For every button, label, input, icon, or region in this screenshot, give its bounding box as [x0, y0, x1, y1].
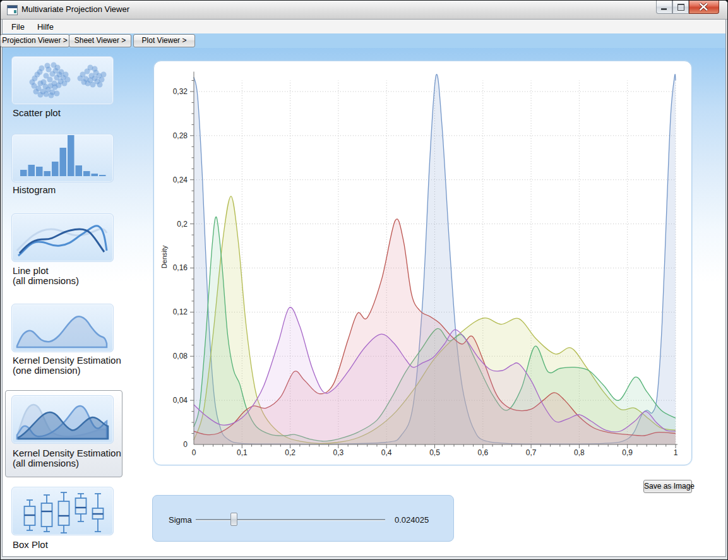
window-title: Multivariate Projection Viewer [21, 1, 129, 18]
sidebar-item-kde-all-dimensions[interactable] [11, 395, 114, 444]
sidebar-label-kde-all-dimensions: Kernel Density Estimation(all dimensions… [13, 448, 121, 468]
svg-text:0,7: 0,7 [526, 448, 537, 457]
app-icon [7, 5, 18, 15]
histogram-thumbnail-icon [12, 134, 113, 182]
main-content: Scatter plot Histogram Line plot(all dim… [2, 48, 726, 557]
window-controls [656, 1, 719, 14]
sidebar-item-box-plot[interactable] [11, 487, 114, 535]
svg-text:0,08: 0,08 [173, 352, 188, 360]
maximize-icon [677, 4, 684, 11]
sidebar-label-histogram: Histogram [13, 185, 56, 195]
sidebar-label-line-plot: Line plot(all dimensions) [13, 266, 79, 286]
sidebar-item-scatter-plot[interactable] [11, 56, 114, 105]
toolbar-button-projection-viewer[interactable]: Projection Viewer > [0, 34, 69, 47]
toolbar-button-sheet-viewer[interactable]: Sheet Viewer > [69, 34, 131, 47]
line-plot-thumbnail-icon [12, 214, 113, 261]
kde-all-dimensions-thumbnail-icon [12, 396, 113, 443]
svg-text:0,8: 0,8 [574, 448, 585, 457]
sidebar-label-scatter: Scatter plot [13, 108, 61, 118]
sigma-value: 0.024025 [395, 515, 429, 525]
save-as-image-button[interactable]: Save as Image [643, 480, 692, 493]
menu-hilfe[interactable]: Hilfe [31, 21, 60, 33]
app-window: Multivariate Projection Viewer File Hilf… [0, 0, 728, 560]
chart-panel: 00,040,080,120,160,20,240,280,3200,10,20… [153, 61, 692, 465]
minimize-button[interactable] [656, 1, 672, 14]
svg-text:1: 1 [674, 448, 678, 457]
toolbar: Projection Viewer > Sheet Viewer > Plot … [2, 33, 726, 48]
box-plot-thumbnail-icon [12, 487, 113, 535]
svg-text:0,2: 0,2 [285, 448, 295, 457]
close-button[interactable] [689, 1, 719, 14]
svg-text:0,16: 0,16 [173, 263, 188, 272]
svg-text:0,4: 0,4 [381, 448, 392, 457]
svg-text:0,1: 0,1 [237, 448, 248, 457]
menubar: File Hilfe [2, 20, 726, 33]
toolbar-button-plot-viewer[interactable]: Plot Viewer > [133, 34, 195, 47]
svg-text:0,2: 0,2 [177, 220, 188, 229]
svg-text:0,04: 0,04 [173, 396, 188, 405]
svg-text:0,3: 0,3 [333, 448, 344, 457]
svg-text:0: 0 [183, 440, 188, 449]
svg-text:0,24: 0,24 [173, 176, 188, 184]
maximize-button[interactable] [672, 1, 689, 14]
svg-text:0,12: 0,12 [173, 307, 188, 316]
sigma-label: Sigma [169, 515, 192, 525]
scatter-plot-thumbnail-icon [12, 57, 113, 104]
sidebar-label-box-plot: Box Plot [13, 540, 48, 550]
kde-chart: 00,040,080,120,160,20,240,280,3200,10,20… [154, 61, 691, 465]
minimize-icon [661, 8, 667, 10]
svg-text:Density: Density [160, 245, 168, 268]
sidebar-item-line-plot[interactable] [11, 213, 114, 262]
svg-text:0,6: 0,6 [477, 448, 488, 457]
close-icon [689, 1, 719, 13]
menu-file[interactable]: File [5, 21, 31, 33]
svg-text:0,9: 0,9 [622, 448, 633, 457]
sigma-panel: Sigma 0.024025 [152, 495, 454, 542]
titlebar[interactable]: Multivariate Projection Viewer [1, 1, 727, 20]
svg-text:0,32: 0,32 [173, 87, 188, 96]
sigma-slider-groove[interactable] [196, 519, 385, 520]
sidebar-item-histogram[interactable] [11, 134, 114, 182]
sidebar-label-kde-one-dimension: Kernel Density Estimation(one dimension) [13, 355, 121, 376]
svg-text:0,28: 0,28 [173, 131, 188, 140]
svg-text:0: 0 [192, 448, 196, 457]
sidebar-item-kde-one-dimension[interactable] [11, 304, 114, 352]
svg-text:0,5: 0,5 [429, 448, 440, 457]
kde-one-dimension-thumbnail-icon [12, 304, 113, 352]
sigma-slider-handle[interactable] [230, 513, 237, 526]
